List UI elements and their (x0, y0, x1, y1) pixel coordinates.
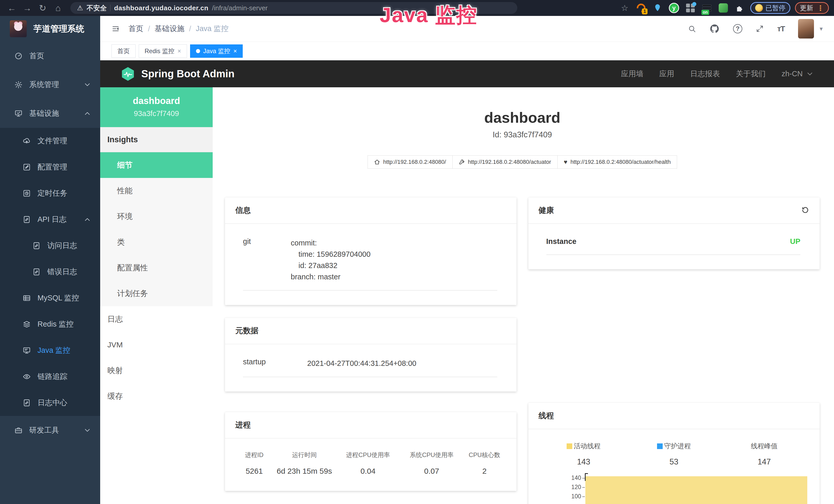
browser-home-icon[interactable]: ⌂ (51, 1, 65, 15)
browser-back-icon[interactable]: ← (5, 1, 19, 15)
legend-live-threads: 活动线程 143 (539, 442, 629, 466)
url-path[interactable]: /infra/admin-server (212, 4, 268, 12)
security-label[interactable]: 不安全 (87, 4, 107, 13)
extensions-puzzle-icon[interactable] (734, 2, 746, 14)
sidebar-fold-icon[interactable] (111, 25, 120, 33)
health-instance-row[interactable]: Instance UP (546, 237, 800, 255)
log-document-icon (32, 268, 41, 276)
tab-home[interactable]: 首页 (111, 44, 136, 58)
sidebar-item-infra[interactable]: 基础设施 (0, 99, 100, 128)
metadata-row-startup: startup 2021-04-27T00:44:31.254+08:00 (243, 358, 497, 377)
close-icon[interactable]: × (233, 47, 237, 55)
instance-links: http://192.168.0.2:48080/ http://192.168… (225, 155, 820, 169)
help-icon[interactable]: ? (733, 24, 742, 33)
sidebar-item-error-log[interactable]: 错误日志 (0, 259, 100, 285)
legend-yellow-swatch (567, 443, 572, 449)
sba-side-item-environment[interactable]: 环境 (100, 204, 213, 229)
extension-badge: 1 (642, 8, 648, 15)
sidebar-item-redis-monitor[interactable]: Redis 监控 (0, 311, 100, 337)
sidebar-item-home[interactable]: 首页 (0, 42, 100, 70)
extension-y-icon[interactable]: y (668, 2, 680, 14)
eye-icon (23, 372, 31, 381)
extension-grid-icon[interactable] (684, 2, 696, 14)
avatar-caret-down-icon[interactable]: ▾ (820, 25, 823, 32)
browser-reload-icon[interactable]: ↻ (36, 1, 49, 15)
heart-icon: ♥ (564, 158, 567, 166)
breadcrumb-home[interactable]: 首页 (128, 24, 143, 34)
timer-task-icon (23, 189, 31, 198)
sba-side-item-scheduled-tasks[interactable]: 计划任务 (100, 281, 213, 306)
sidebar-item-log-center[interactable]: 日志中心 (0, 390, 100, 416)
sidebar-group-insights: Insights (100, 127, 213, 152)
bookmark-star-icon[interactable]: ☆ (619, 2, 631, 14)
health-url-button[interactable]: ♥ http://192.168.0.2:48080/actuator/heal… (557, 155, 677, 169)
health-history-icon[interactable] (801, 206, 809, 215)
sba-side-item-metrics[interactable]: 性能 (100, 178, 213, 204)
actuator-url-button[interactable]: http://192.168.0.2:48080/actuator (452, 155, 557, 169)
search-icon[interactable] (688, 25, 696, 33)
sidebar-item-dev-tools[interactable]: 研发工具 (0, 416, 100, 445)
sidebar-item-mysql-monitor[interactable]: MySQL 监控 (0, 285, 100, 311)
sidebar-item-api-log[interactable]: API 日志 (0, 206, 100, 233)
sidebar-item-system[interactable]: 系统管理 (0, 70, 100, 99)
sba-nav-wallboard[interactable]: 应用墙 (621, 69, 643, 79)
sba-nav-about[interactable]: 关于我们 (736, 69, 766, 79)
system-cpu: 0.07 (400, 467, 463, 476)
sidebar-item-java-monitor[interactable]: Java 监控 (0, 337, 100, 364)
gear-icon (14, 81, 23, 89)
chrome-update-button[interactable]: 更新 ⋮ (795, 2, 829, 14)
sba-nav-journal[interactable]: 日志报表 (690, 69, 720, 79)
sidebar-item-file-manage[interactable]: 文件管理 (0, 128, 100, 154)
chevron-up-icon (83, 215, 91, 224)
sba-side-item-logs[interactable]: 日志 (100, 306, 213, 332)
sba-side-item-classes[interactable]: 类 (100, 229, 213, 255)
process-cpu: 0.04 (335, 467, 400, 476)
profile-paused-chip[interactable]: 已暂停 (750, 2, 790, 14)
extension-pin-icon[interactable] (652, 2, 663, 14)
infrastructure-icon (14, 109, 23, 118)
service-url-button[interactable]: http://192.168.0.2:48080/ (368, 155, 453, 169)
extension-leaf-icon[interactable] (717, 2, 729, 14)
java-monitor-icon (23, 346, 31, 354)
sba-side-item-details[interactable]: 细节 (100, 152, 213, 178)
fullscreen-icon[interactable] (756, 25, 764, 33)
sba-main-content: dashboard Id: 93a3fc7f7409 http://192.16… (213, 87, 834, 504)
sidebar-item-config-manage[interactable]: 配置管理 (0, 154, 100, 180)
sba-brand[interactable]: Spring Boot Admin (120, 66, 235, 82)
chart-plot-area (585, 473, 808, 504)
dashboard-icon (14, 52, 23, 60)
sba-side-item-caches[interactable]: 缓存 (100, 383, 213, 409)
sba-instance-sidebar: dashboard 93a3fc7f7409 Insights 细节 性能 环境… (100, 87, 213, 504)
sba-side-item-mappings[interactable]: 映射 (100, 358, 213, 383)
sidebar-item-access-log[interactable]: 访问日志 (0, 233, 100, 259)
tab-redis-monitor[interactable]: Redis 监控 × (139, 44, 187, 58)
instance-header[interactable]: dashboard 93a3fc7f7409 (100, 87, 213, 127)
sba-side-item-config-props[interactable]: 配置属性 (100, 255, 213, 281)
url-host[interactable]: dashboard.yudao.iocoder.cn (114, 4, 208, 12)
breadcrumb-infra[interactable]: 基础设施 (155, 24, 184, 34)
sba-nav-applications[interactable]: 应用 (659, 69, 674, 79)
cpu-cores: 2 (463, 467, 506, 476)
log-document-icon (23, 215, 31, 224)
sba-side-item-jvm[interactable]: JVM (100, 332, 213, 358)
close-icon[interactable]: × (177, 47, 181, 55)
browser-forward-icon[interactable]: → (21, 1, 34, 15)
metadata-card-title: 元数据 (235, 325, 258, 336)
extension-list-icon[interactable]: on (701, 2, 713, 14)
user-avatar[interactable] (798, 19, 814, 39)
tab-java-monitor[interactable]: Java 监控 × (190, 44, 243, 58)
home-icon (374, 159, 380, 165)
extension-orange-icon[interactable]: 1 (635, 2, 647, 14)
sidebar-item-tracing[interactable]: 链路追踪 (0, 364, 100, 390)
font-size-icon[interactable]: ᴛT (777, 24, 785, 33)
sba-locale-select[interactable]: zh-CN (782, 70, 814, 78)
peak-threads-value: 147 (719, 457, 810, 466)
browser-menu-kebab-icon[interactable]: ⋮ (817, 4, 824, 12)
insecure-warning-icon: ⚠ (77, 4, 83, 12)
sidebar-item-scheduled-jobs[interactable]: 定时任务 (0, 180, 100, 206)
live-threads-area-series (585, 476, 808, 504)
health-card: 健康 Instance UP (528, 198, 820, 269)
github-icon[interactable] (709, 24, 720, 34)
app-logo-row[interactable]: 芋道管理系统 (0, 16, 100, 42)
layers-icon (23, 320, 31, 328)
